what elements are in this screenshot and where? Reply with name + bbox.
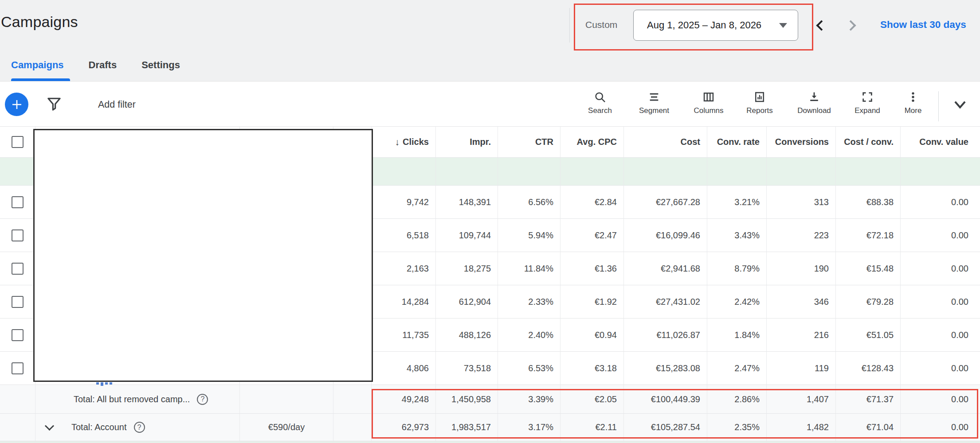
table-cell: 0.00 bbox=[901, 285, 980, 319]
column-header-conv-rate[interactable]: Conv. rate bbox=[707, 127, 767, 158]
table-cell: 0.00 bbox=[901, 219, 980, 252]
table-cell: 14,284 bbox=[372, 285, 436, 319]
table-cell: 2.33% bbox=[498, 285, 561, 319]
next-row-sliver bbox=[0, 441, 980, 443]
redacted-campaign-names-overlay bbox=[33, 129, 373, 382]
row-checkbox[interactable] bbox=[12, 296, 24, 308]
table-cell: 11.84% bbox=[498, 252, 561, 285]
table-cell: 488,126 bbox=[436, 319, 498, 352]
table-cell: €1.36 bbox=[561, 252, 624, 285]
table-cell: €27,431.02 bbox=[624, 285, 707, 319]
expand-account-chevron-icon[interactable] bbox=[45, 421, 54, 431]
table-cell: 313 bbox=[767, 186, 836, 219]
select-all-checkbox[interactable] bbox=[12, 136, 24, 148]
clipped-campaign-link-fragment bbox=[96, 382, 112, 386]
more-vertical-icon bbox=[907, 91, 919, 103]
row-checkbox[interactable] bbox=[12, 229, 24, 241]
reports-button[interactable]: Reports bbox=[739, 91, 780, 124]
total-row-label: Total: Account bbox=[71, 422, 127, 432]
table-cell: €88.38 bbox=[836, 186, 901, 219]
expand-icon bbox=[861, 91, 874, 103]
add-filter-button[interactable]: Add filter bbox=[98, 99, 136, 110]
table-cell: €2.05 bbox=[561, 385, 624, 414]
table-cell: €3.18 bbox=[561, 352, 624, 385]
sort-descending-icon: ↓ bbox=[395, 137, 400, 148]
table-cell: €51.05 bbox=[836, 319, 901, 352]
table-cell: 62,973 bbox=[372, 414, 436, 441]
column-header-cost[interactable]: Cost bbox=[624, 127, 707, 158]
table-cell: 49,248 bbox=[372, 385, 436, 414]
table-cell: 2,163 bbox=[372, 252, 436, 285]
reports-icon bbox=[753, 91, 766, 103]
table-cell: 109,744 bbox=[436, 219, 498, 252]
columns-button[interactable]: Columns bbox=[688, 91, 729, 124]
tab-settings[interactable]: Settings bbox=[141, 59, 180, 71]
table-cell: €15.48 bbox=[836, 252, 901, 285]
row-checkbox[interactable] bbox=[12, 362, 24, 374]
row-checkbox[interactable] bbox=[12, 196, 24, 208]
search-button[interactable]: Search bbox=[580, 91, 620, 124]
row-checkbox[interactable] bbox=[12, 263, 24, 275]
table-cell: 1,983,517 bbox=[436, 414, 498, 441]
table-cell: €27,667.28 bbox=[624, 186, 707, 219]
table-cell: €16,099.46 bbox=[624, 219, 707, 252]
table-cell: 2.47% bbox=[707, 352, 767, 385]
table-cell: 0.00 bbox=[901, 186, 980, 219]
table-cell: 3.21% bbox=[707, 186, 767, 219]
segment-icon bbox=[648, 91, 660, 103]
table-cell: 3.17% bbox=[498, 414, 561, 441]
column-header-clicks[interactable]: ↓Clicks bbox=[372, 127, 436, 158]
table-cell: €2.11 bbox=[561, 414, 624, 441]
help-icon[interactable]: ? bbox=[197, 394, 208, 405]
tab-campaigns[interactable]: Campaigns bbox=[11, 59, 64, 71]
total-account-row: Total: Account ? €590/day 62,973 1,983,5… bbox=[0, 414, 980, 441]
table-cell: €1.92 bbox=[561, 285, 624, 319]
help-icon[interactable]: ? bbox=[134, 422, 145, 433]
table-cell: 11,735 bbox=[372, 319, 436, 352]
more-button[interactable]: More bbox=[893, 91, 933, 124]
date-mode-label: Custom bbox=[585, 19, 617, 30]
column-header-conv-value[interactable]: Conv. value bbox=[901, 127, 980, 158]
column-header-ctr[interactable]: CTR bbox=[498, 127, 561, 158]
tab-drafts[interactable]: Drafts bbox=[89, 59, 117, 71]
table-cell: €72.18 bbox=[836, 219, 901, 252]
table-cell: 2.86% bbox=[707, 385, 767, 414]
download-button[interactable]: Download bbox=[794, 91, 835, 124]
table-cell: €11,026.87 bbox=[624, 319, 707, 352]
dropdown-caret-icon bbox=[779, 23, 787, 28]
table-cell: 6,518 bbox=[372, 219, 436, 252]
date-range-value: Aug 1, 2025 – Jan 8, 2026 bbox=[647, 19, 761, 31]
table-cell: €71.37 bbox=[836, 385, 901, 414]
table-cell: €128.43 bbox=[836, 352, 901, 385]
table-cell: 223 bbox=[767, 219, 836, 252]
next-period-chevron-icon[interactable] bbox=[845, 20, 856, 31]
column-header-impr[interactable]: Impr. bbox=[436, 127, 498, 158]
table-cell: 148,391 bbox=[436, 186, 498, 219]
table-cell: €79.28 bbox=[836, 285, 901, 319]
filter-icon[interactable] bbox=[46, 96, 62, 112]
table-cell: 6.53% bbox=[498, 352, 561, 385]
table-cell: 119 bbox=[767, 352, 836, 385]
download-icon bbox=[808, 91, 820, 103]
table-cell: 1,450,958 bbox=[436, 385, 498, 414]
show-last-30-days-link[interactable]: Show last 30 days bbox=[880, 19, 966, 31]
table-cell: 2.42% bbox=[707, 285, 767, 319]
segment-button[interactable]: Segment bbox=[634, 91, 674, 124]
table-cell: €2.47 bbox=[561, 219, 624, 252]
column-header-cost-per-conv[interactable]: Cost / conv. bbox=[836, 127, 901, 158]
column-header-conversions[interactable]: Conversions bbox=[767, 127, 836, 158]
table-cell: €15,283.08 bbox=[624, 352, 707, 385]
table-cell: 1,407 bbox=[767, 385, 836, 414]
table-cell: €100,449.39 bbox=[624, 385, 707, 414]
table-cell: 6.56% bbox=[498, 186, 561, 219]
add-campaign-button[interactable] bbox=[5, 93, 28, 116]
date-range-picker[interactable]: Aug 1, 2025 – Jan 8, 2026 bbox=[633, 10, 798, 41]
collapse-chevron-icon[interactable] bbox=[952, 97, 968, 112]
row-checkbox[interactable] bbox=[12, 329, 24, 341]
account-budget: €590/day bbox=[240, 414, 333, 441]
column-header-avg-cpc[interactable]: Avg. CPC bbox=[561, 127, 624, 158]
columns-icon bbox=[702, 91, 715, 103]
expand-button[interactable]: Expand bbox=[847, 91, 888, 124]
header-section-divider bbox=[569, 8, 570, 43]
previous-period-chevron-icon[interactable] bbox=[816, 20, 827, 31]
